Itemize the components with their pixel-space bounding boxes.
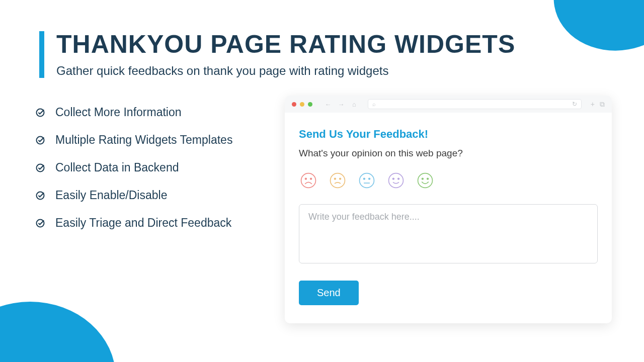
feature-item: Collect More Information [35,106,252,119]
minimize-icon[interactable] [300,102,304,107]
check-icon [35,163,45,173]
face-very-happy-icon[interactable] [417,172,434,189]
check-icon [35,191,45,201]
decor-blob-bottom [0,302,116,362]
feature-item: Easily Enable/Disable [35,189,252,202]
feedback-textarea[interactable] [299,204,598,263]
feature-item: Multiple Rating Widgets Templates [35,133,252,147]
close-icon[interactable] [292,102,296,107]
forward-icon[interactable]: → [337,101,346,108]
page-title: THANKYOU PAGE RATING WIDGETS [56,31,515,58]
browser-mock: ← → ⌂ ⌕ ↻ + ⧉ Send Us Your Feedback! Wha… [285,96,612,323]
svg-point-6 [305,178,307,179]
new-tab-icon[interactable]: + [591,100,595,109]
svg-point-12 [364,178,365,179]
back-icon[interactable]: ← [324,101,333,108]
send-button[interactable]: Send [299,281,359,305]
face-very-sad-icon[interactable] [300,172,317,189]
feature-label: Collect More Information [55,106,182,119]
home-icon[interactable]: ⌂ [350,101,359,108]
svg-point-8 [331,173,345,188]
window-controls [292,102,312,107]
svg-point-9 [335,178,336,179]
feature-item: Easily Triage and Direct Feedback [35,216,252,230]
rating-faces [299,172,598,189]
svg-point-7 [310,178,312,179]
face-happy-icon[interactable] [387,172,405,189]
svg-point-15 [389,173,404,188]
face-sad-icon[interactable] [329,172,346,189]
feature-label: Easily Enable/Disable [55,189,167,202]
address-bar[interactable]: ⌕ ↻ [368,99,582,109]
panel-icon[interactable]: ⧉ [600,100,605,109]
feature-label: Multiple Rating Widgets Templates [55,133,232,147]
feature-item: Collect Data in Backend [35,161,252,174]
feedback-title: Send Us Your Feedback! [299,128,598,141]
decor-blob-top [545,0,644,61]
svg-point-19 [422,178,424,179]
search-icon: ⌕ [372,101,376,107]
svg-point-4 [37,219,44,227]
face-neutral-icon[interactable] [358,172,375,189]
heading-block: THANKYOU PAGE RATING WIDGETS Gather quic… [39,31,515,78]
svg-point-17 [398,178,399,179]
reload-icon[interactable]: ↻ [572,101,577,108]
svg-point-2 [37,164,44,171]
feedback-question: What's your opinion on this web page? [299,148,598,159]
maximize-icon[interactable] [308,102,312,107]
browser-toolbar: ← → ⌂ ⌕ ↻ + ⧉ [285,96,612,113]
svg-point-5 [301,173,316,188]
feature-label: Collect Data in Backend [55,161,179,174]
svg-point-20 [427,178,429,179]
svg-point-11 [360,173,374,188]
page-subtitle: Gather quick feedbacks on thank you page… [56,64,515,78]
feature-label: Easily Triage and Direct Feedback [55,216,231,230]
svg-point-16 [393,178,394,179]
svg-point-0 [37,109,44,116]
svg-point-18 [418,173,433,188]
svg-point-3 [37,192,44,199]
check-icon [35,218,45,228]
svg-point-10 [340,178,341,179]
check-icon [35,135,45,145]
svg-point-13 [369,178,370,179]
svg-point-1 [37,136,44,144]
feedback-widget: Send Us Your Feedback! What's your opini… [285,113,612,323]
check-icon [35,108,45,118]
feature-list: Collect More Information Multiple Rating… [35,106,252,244]
